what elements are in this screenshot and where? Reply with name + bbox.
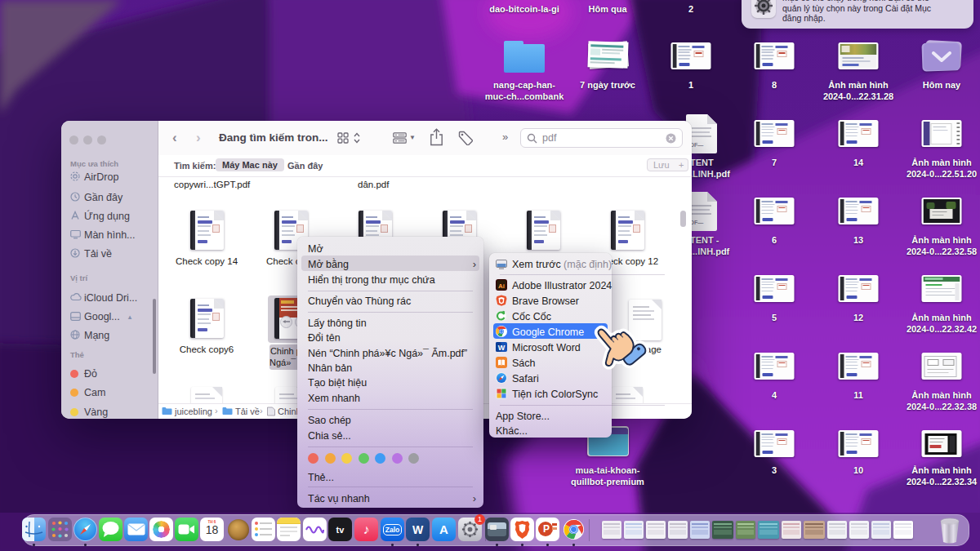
svg-text:Ai: Ai: [498, 282, 505, 290]
svg-text:W: W: [498, 344, 506, 352]
